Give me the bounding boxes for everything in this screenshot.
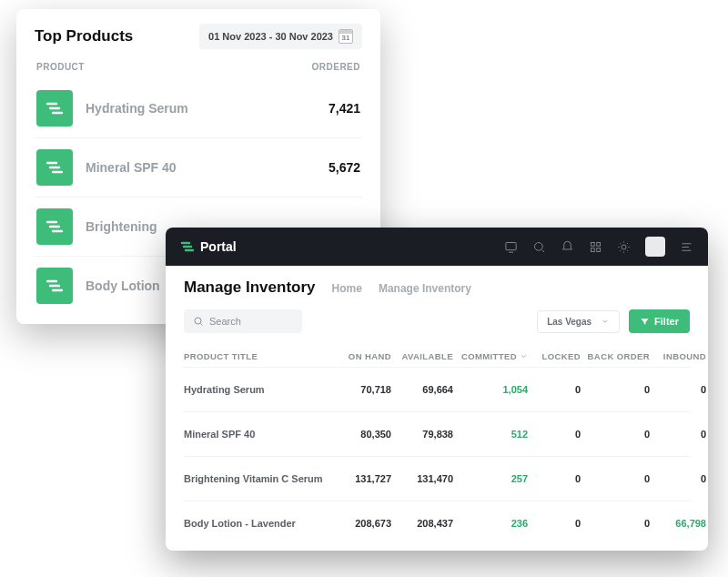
- brand-logo-icon: [180, 240, 195, 253]
- product-ordered: 5,672: [329, 160, 360, 175]
- cell-on-hand: 131,727: [333, 473, 391, 484]
- svg-rect-0: [506, 242, 516, 249]
- th-title: PRODUCT TITLE: [184, 351, 329, 361]
- svg-rect-2: [592, 242, 595, 246]
- cell-back-order: 0: [584, 473, 650, 484]
- date-range-label: 01 Nov 2023 - 30 Nov 2023: [208, 31, 333, 42]
- breadcrumb-current: Manage Inventory: [379, 282, 471, 295]
- search-input[interactable]: Search: [184, 309, 302, 333]
- cell-on-hand: 70,718: [333, 384, 391, 395]
- cell-back-order: 0: [584, 518, 650, 529]
- product-icon: [36, 208, 73, 245]
- cell-back-order: 0: [584, 384, 650, 395]
- product-ordered: 7,421: [329, 101, 360, 116]
- product-icon: [36, 90, 73, 127]
- cell-locked: 0: [531, 384, 581, 395]
- menu-icon[interactable]: [680, 240, 693, 254]
- product-icon: [36, 268, 73, 304]
- calendar-icon: 31: [339, 29, 353, 44]
- inventory-row[interactable]: Mineral SPF 4080,35079,838512000: [184, 411, 690, 456]
- display-icon[interactable]: [504, 240, 518, 254]
- cell-locked: 0: [531, 518, 581, 529]
- svg-rect-4: [592, 248, 595, 251]
- th-back-order[interactable]: BACK ORDER: [584, 351, 650, 361]
- bell-icon[interactable]: [561, 240, 574, 254]
- cell-available: 131,470: [395, 473, 453, 484]
- th-locked[interactable]: LOCKED: [531, 351, 581, 361]
- search-placeholder: Search: [209, 316, 241, 327]
- th-inbound[interactable]: INBOUND: [653, 351, 706, 361]
- avatar[interactable]: [645, 237, 665, 257]
- theme-icon[interactable]: [617, 240, 631, 254]
- th-committed[interactable]: COMMITTED: [457, 351, 528, 361]
- cell-committed: 1,054: [457, 384, 528, 395]
- filter-icon: [640, 317, 650, 327]
- cell-locked: 0: [531, 473, 581, 484]
- col-ordered: ORDERED: [311, 62, 360, 72]
- svg-point-6: [622, 245, 626, 249]
- cell-inbound: 0: [653, 384, 706, 395]
- th-on-hand[interactable]: ON HAND: [333, 351, 391, 361]
- cell-inbound: 66,798: [653, 518, 706, 529]
- cell-on-hand: 80,350: [333, 429, 391, 440]
- date-range-picker[interactable]: 01 Nov 2023 - 30 Nov 2023 31: [199, 24, 362, 49]
- cell-title: Mineral SPF 40: [184, 429, 329, 440]
- grid-icon[interactable]: [589, 240, 602, 254]
- cell-inbound: 0: [653, 429, 706, 440]
- cell-committed: 236: [457, 518, 528, 529]
- page-title: Manage Inventory: [184, 278, 316, 297]
- inventory-row[interactable]: Hydrating Serum70,71869,6641,054000: [184, 367, 690, 411]
- inventory-card: Portal Manage Inventory Home Manage Inve…: [166, 228, 708, 551]
- top-product-row[interactable]: Hydrating Serum7,421: [35, 79, 362, 137]
- cell-on-hand: 208,673: [333, 518, 391, 529]
- cell-locked: 0: [531, 429, 581, 440]
- svg-point-7: [195, 318, 201, 324]
- cell-inbound: 0: [653, 473, 706, 484]
- cell-available: 69,664: [395, 384, 453, 395]
- filter-label: Filter: [654, 316, 679, 327]
- app-topbar: Portal: [166, 228, 708, 266]
- inventory-table-header: PRODUCT TITLE ON HAND AVAILABLE COMMITTE…: [184, 346, 690, 367]
- cell-back-order: 0: [584, 429, 650, 440]
- svg-rect-3: [597, 242, 601, 246]
- breadcrumb-home[interactable]: Home: [332, 282, 362, 295]
- cell-committed: 512: [457, 429, 528, 440]
- search-icon: [193, 316, 204, 327]
- th-available[interactable]: AVAILABLE: [395, 351, 453, 361]
- top-products-title: Top Products: [35, 27, 133, 46]
- svg-point-1: [535, 242, 543, 250]
- search-icon[interactable]: [532, 240, 546, 254]
- cell-available: 208,437: [395, 518, 453, 529]
- filter-button[interactable]: Filter: [629, 309, 690, 333]
- inventory-row[interactable]: Brightening Vitamin C Serum131,727131,47…: [184, 456, 690, 501]
- chevron-down-icon: [601, 317, 610, 326]
- top-product-row[interactable]: Mineral SPF 405,672: [35, 137, 362, 197]
- cell-committed: 257: [457, 473, 528, 484]
- cell-title: Body Lotion - Lavender: [184, 518, 329, 529]
- svg-rect-5: [597, 248, 601, 251]
- col-product: PRODUCT: [36, 62, 85, 72]
- inventory-row[interactable]: Body Lotion - Lavender208,673208,4372360…: [184, 501, 690, 545]
- location-select[interactable]: Las Vegas: [537, 310, 620, 333]
- cell-title: Hydrating Serum: [184, 384, 329, 395]
- product-name: Mineral SPF 40: [73, 160, 329, 175]
- cell-title: Brightening Vitamin C Serum: [184, 473, 329, 484]
- sort-desc-icon: [520, 352, 528, 360]
- location-value: Las Vegas: [547, 317, 592, 327]
- brand-name: Portal: [200, 239, 237, 254]
- product-icon: [36, 149, 73, 186]
- cell-available: 79,838: [395, 429, 453, 440]
- brand[interactable]: Portal: [180, 239, 237, 254]
- product-name: Hydrating Serum: [73, 101, 329, 116]
